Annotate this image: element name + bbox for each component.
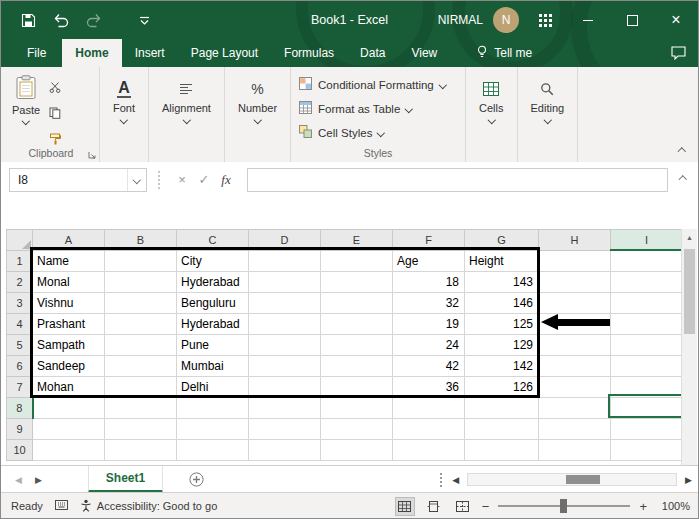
vertical-scrollbar-thumb[interactable] <box>684 249 695 334</box>
zoom-in-icon[interactable]: + <box>639 499 647 514</box>
tell-me-box[interactable]: Tell me <box>464 39 544 67</box>
cell-A3[interactable]: Vishnu <box>33 293 105 314</box>
cell-D9[interactable] <box>249 419 321 440</box>
cell-E7[interactable] <box>321 377 393 398</box>
cell-F9[interactable] <box>393 419 465 440</box>
maximize-button[interactable] <box>610 1 654 39</box>
col-header-B[interactable]: B <box>105 230 177 251</box>
cell-I3[interactable] <box>611 293 683 314</box>
cut-icon[interactable] <box>49 79 61 97</box>
col-header-H[interactable]: H <box>539 230 611 251</box>
cell-E4[interactable] <box>321 314 393 335</box>
cell-C7[interactable]: Delhi <box>177 377 249 398</box>
row-header-9[interactable]: 9 <box>7 419 33 440</box>
cell-B3[interactable] <box>105 293 177 314</box>
cell-H7[interactable] <box>539 377 611 398</box>
cell-E1[interactable] <box>321 250 393 272</box>
row-header-1[interactable]: 1 <box>7 250 33 272</box>
scroll-up-icon[interactable]: ▲ <box>682 229 697 245</box>
col-header-E[interactable]: E <box>321 230 393 251</box>
cell-H8[interactable] <box>539 398 611 419</box>
cell-G3[interactable]: 146 <box>465 293 539 314</box>
col-header-A[interactable]: A <box>33 230 105 251</box>
cell-styles-button[interactable]: Cell Styles <box>299 121 465 144</box>
formula-bar-divider[interactable] <box>158 171 162 189</box>
cell-G5[interactable]: 129 <box>465 335 539 356</box>
cell-B1[interactable] <box>105 250 177 272</box>
name-box[interactable]: I8 <box>9 168 147 192</box>
cell-E9[interactable] <box>321 419 393 440</box>
cell-F7[interactable]: 36 <box>393 377 465 398</box>
col-header-I[interactable]: I <box>611 230 683 251</box>
zoom-level[interactable]: 100% <box>656 500 690 512</box>
sheet-tab-sheet1[interactable]: Sheet1 <box>88 466 163 493</box>
tab-file[interactable]: File <box>11 39 62 67</box>
cell-E10[interactable] <box>321 440 393 461</box>
macro-record-icon[interactable] <box>55 500 68 512</box>
tab-page-layout[interactable]: Page Layout <box>178 39 271 67</box>
cell-F10[interactable] <box>393 440 465 461</box>
dialog-launcher-icon[interactable] <box>88 151 96 159</box>
cell-G7[interactable]: 126 <box>465 377 539 398</box>
row-header-4[interactable]: 4 <box>7 314 33 335</box>
row-header-6[interactable]: 6 <box>7 356 33 377</box>
cells-group-button[interactable]: Cells <box>466 67 517 162</box>
cell-I10[interactable] <box>611 440 683 461</box>
copy-icon[interactable] <box>49 105 61 123</box>
horizontal-scrollbar-thumb[interactable] <box>566 475 600 484</box>
row-header-8[interactable]: 8 <box>7 398 33 419</box>
insert-function-icon[interactable]: fx <box>215 172 237 188</box>
cell-B9[interactable] <box>105 419 177 440</box>
cell-G10[interactable] <box>465 440 539 461</box>
cell-A10[interactable] <box>33 440 105 461</box>
accessibility-status[interactable]: Accessibility: Good to go <box>80 499 217 514</box>
cell-I9[interactable] <box>611 419 683 440</box>
cell-H6[interactable] <box>539 356 611 377</box>
cell-H3[interactable] <box>539 293 611 314</box>
row-header-5[interactable]: 5 <box>7 335 33 356</box>
cell-A1[interactable]: Name <box>33 250 105 272</box>
cell-E8[interactable] <box>321 398 393 419</box>
save-icon[interactable] <box>21 13 36 28</box>
cell-A2[interactable]: Monal <box>33 272 105 293</box>
close-button[interactable]: × <box>654 1 698 39</box>
cell-C10[interactable] <box>177 440 249 461</box>
apps-grid-icon[interactable] <box>539 14 552 27</box>
format-as-table-button[interactable]: Format as Table <box>299 97 465 120</box>
cell-C3[interactable]: Benguluru <box>177 293 249 314</box>
cell-A6[interactable]: Sandeep <box>33 356 105 377</box>
cell-F1[interactable]: Age <box>393 250 465 272</box>
cell-E3[interactable] <box>321 293 393 314</box>
zoom-slider-thumb[interactable] <box>560 499 567 513</box>
cell-I6[interactable] <box>611 356 683 377</box>
collapse-ribbon-icon[interactable] <box>679 149 685 155</box>
row-header-2[interactable]: 2 <box>7 272 33 293</box>
cell-A9[interactable] <box>33 419 105 440</box>
cell-F8[interactable] <box>393 398 465 419</box>
cell-G6[interactable]: 142 <box>465 356 539 377</box>
cell-C6[interactable]: Mumbai <box>177 356 249 377</box>
cell-I7[interactable] <box>611 377 683 398</box>
cell-E5[interactable] <box>321 335 393 356</box>
cell-G9[interactable] <box>465 419 539 440</box>
zoom-slider[interactable] <box>498 505 630 507</box>
cell-H5[interactable] <box>539 335 611 356</box>
cell-D6[interactable] <box>249 356 321 377</box>
cell-A8[interactable] <box>33 398 105 419</box>
cell-C8[interactable] <box>177 398 249 419</box>
cell-I8-active[interactable] <box>611 398 683 419</box>
tab-view[interactable]: View <box>398 39 450 67</box>
enter-icon[interactable]: ✓ <box>193 172 215 187</box>
cell-F2[interactable]: 18 <box>393 272 465 293</box>
account-name[interactable]: NIRMAL <box>438 13 483 27</box>
cell-B6[interactable] <box>105 356 177 377</box>
minimize-button[interactable] <box>566 1 610 39</box>
row-header-3[interactable]: 3 <box>7 293 33 314</box>
cell-A7[interactable]: Mohan <box>33 377 105 398</box>
avatar[interactable]: N <box>493 7 519 33</box>
cell-E6[interactable] <box>321 356 393 377</box>
cell-B10[interactable] <box>105 440 177 461</box>
vertical-scrollbar[interactable]: ▲ <box>681 229 697 465</box>
col-header-C[interactable]: C <box>177 230 249 251</box>
next-sheet-icon[interactable]: ▶ <box>35 475 42 485</box>
